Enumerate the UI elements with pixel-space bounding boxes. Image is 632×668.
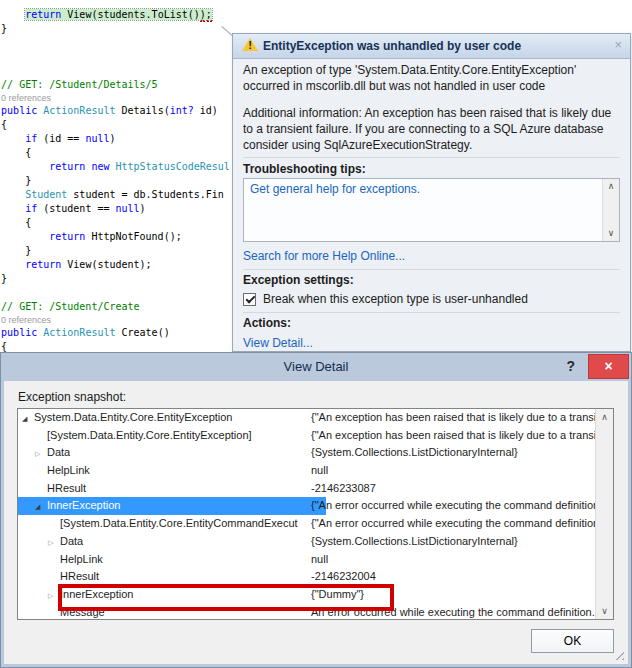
tree-row[interactable]: MessageAn error occurred while executing… <box>18 604 596 620</box>
tree-row-value: null <box>311 551 596 569</box>
expander-collapsed-icon[interactable]: ▷ <box>35 445 47 462</box>
error-squiggle: ); <box>200 9 212 22</box>
tree-row-label: HResult <box>60 570 99 582</box>
tree-row-label: InnerException <box>60 588 133 600</box>
general-help-link[interactable]: Get general help for exceptions. <box>244 179 619 199</box>
codelens-references: 0 references <box>0 314 230 326</box>
tree-row-label: HelpLink <box>60 553 103 565</box>
dialog-title: View Detail <box>1 359 631 374</box>
close-button[interactable]: × <box>588 354 629 379</box>
tree-row-name[interactable]: ▷InnerException <box>18 586 339 604</box>
code-line: if (id == null) <box>0 132 230 146</box>
code-line: { <box>0 216 230 230</box>
tree-row-value: {"Dummy"} <box>311 586 596 604</box>
scroll-up-icon[interactable]: ∧ <box>596 409 613 425</box>
tree-row[interactable]: ▷Data{System.Collections.ListDictionaryI… <box>18 444 596 462</box>
codelens-references: 0 references <box>0 92 230 104</box>
tree-row-label: Data <box>47 446 70 458</box>
tree-row[interactable]: ◢System.Data.Entity.Core.EntityException… <box>18 409 596 427</box>
code-line: } <box>0 174 230 188</box>
tree-row[interactable]: HResult-2146233087 <box>18 480 596 498</box>
break-checkbox[interactable] <box>243 293 256 306</box>
view-detail-link[interactable]: View Detail... <box>243 336 313 350</box>
help-icon[interactable]: ? <box>566 358 575 374</box>
exception-snapshot-label: Exception snapshot: <box>18 390 126 404</box>
code-line: } <box>0 272 230 286</box>
tree-row-label: Data <box>60 535 83 547</box>
exception-settings-label: Exception settings: <box>243 273 620 287</box>
code-line: { <box>0 146 230 160</box>
troubleshooting-tips-box: Get general help for exceptions. ∧ ∨ <box>243 178 620 242</box>
current-statement-highlight: return View(students.ToList()); <box>25 9 212 20</box>
scroll-down-icon[interactable]: ∨ <box>603 226 619 241</box>
tree-row-name[interactable]: [System.Data.Entity.Core.EntityException… <box>18 427 326 445</box>
tree-row-name[interactable]: HelpLink <box>18 462 326 480</box>
tips-scrollbar[interactable]: ∧ ∨ <box>602 179 619 241</box>
expander-collapsed-icon[interactable]: ▷ <box>48 587 60 604</box>
scroll-down-icon[interactable]: ∨ <box>596 603 613 619</box>
code-line: return HttpNotFound(); <box>0 230 230 244</box>
resize-grip[interactable] <box>613 649 624 660</box>
search-help-online-link[interactable]: Search for more Help Online... <box>243 249 405 263</box>
code-line: public ActionResult Create() <box>0 326 230 340</box>
tree-row-value: {"An exception has been raised that is l… <box>311 409 596 427</box>
code-line: return new HttpStatusCodeResul <box>0 160 230 174</box>
break-checkbox-label: Break when this exception type is user-u… <box>263 292 528 306</box>
tree-row-name[interactable]: HResult <box>18 480 326 498</box>
code-line: return View(students.ToList()); <box>0 8 230 22</box>
troubleshooting-tips-label: Troubleshooting tips: <box>243 162 620 176</box>
code-line <box>0 64 230 78</box>
dialog-client-area: Exception snapshot: ◢System.Data.Entity.… <box>4 381 628 664</box>
tree-row[interactable]: [System.Data.Entity.Core.EntityException… <box>18 427 596 445</box>
code-line: { <box>0 118 230 132</box>
tree-row[interactable]: HResult-2146232004 <box>18 568 596 586</box>
expander-collapsed-icon[interactable]: ▷ <box>48 534 60 551</box>
tree-scrollbar[interactable]: ∧ ∨ <box>595 409 613 619</box>
tree-row[interactable]: HelpLinknull <box>18 462 596 480</box>
close-icon[interactable]: × <box>614 37 622 52</box>
tree-row-value: -2146233087 <box>311 480 596 498</box>
code-line: // GET: /Student/Create <box>0 300 230 314</box>
code-line: return View(student); <box>0 258 230 272</box>
tree-row-value: -2146232004 <box>311 568 596 586</box>
exception-snapshot-tree[interactable]: ◢System.Data.Entity.Core.EntityException… <box>17 408 614 620</box>
tree-row-name[interactable]: [System.Data.Entity.Core.EntityCommandEx… <box>18 515 339 533</box>
code-line: Student student = db.Students.Fin <box>0 188 230 202</box>
tree-row-value: An error occurred while executing the co… <box>311 604 596 620</box>
tree-row[interactable]: ◢InnerException{"An error occurred while… <box>18 497 596 515</box>
exception-message: An exception of type 'System.Data.Entity… <box>243 62 620 94</box>
tree-row-label: System.Data.Entity.Core.EntityException <box>34 411 233 423</box>
tree-row-label: [System.Data.Entity.Core.EntityException… <box>47 429 252 441</box>
exception-popup-header[interactable]: EntityException was unhandled by user co… <box>233 34 630 59</box>
code-line <box>0 36 230 50</box>
tree-row[interactable]: HelpLinknull <box>18 551 596 569</box>
ok-button[interactable]: OK <box>531 629 614 653</box>
code-line <box>0 50 230 64</box>
actions-label: Actions: <box>243 316 620 330</box>
expander-expanded-icon[interactable]: ◢ <box>22 410 34 427</box>
tree-row-name[interactable]: ▷Data <box>18 444 326 462</box>
tree-row[interactable]: ▷Data{System.Collections.ListDictionaryI… <box>18 533 596 551</box>
code-line: } <box>0 244 230 258</box>
exception-title: EntityException was unhandled by user co… <box>263 39 521 53</box>
tree-row-value: {"An error occurred while executing the … <box>311 497 596 515</box>
code-content: return View(students.ToList()); } // GET… <box>0 8 230 354</box>
tree-row-value: {System.Collections.ListDictionaryIntern… <box>311 444 596 462</box>
tree-row[interactable]: [System.Data.Entity.Core.EntityCommandEx… <box>18 515 596 533</box>
dialog-titlebar[interactable]: View Detail ? × <box>1 353 631 381</box>
tree-row-name[interactable]: ◢System.Data.Entity.Core.EntityException <box>18 409 313 427</box>
tree-row-value: null <box>311 462 596 480</box>
tree-row-name[interactable]: Message <box>18 604 339 620</box>
tree-row-value: {System.Collections.ListDictionaryIntern… <box>311 533 596 551</box>
tree-row-name[interactable]: ▷Data <box>18 533 339 551</box>
tree-row-label: Message <box>60 606 105 618</box>
tree-row-name[interactable]: ◢InnerException <box>18 497 326 515</box>
scroll-up-icon[interactable]: ∧ <box>603 179 619 194</box>
expander-expanded-icon[interactable]: ◢ <box>35 498 47 515</box>
tree-row-name[interactable]: HelpLink <box>18 551 339 569</box>
exception-popup: EntityException was unhandled by user co… <box>232 33 631 352</box>
code-line <box>0 286 230 300</box>
tree-row-name[interactable]: HResult <box>18 568 339 586</box>
tree-row[interactable]: ▷InnerException{"Dummy"} <box>18 586 596 604</box>
code-line: } <box>0 22 230 36</box>
